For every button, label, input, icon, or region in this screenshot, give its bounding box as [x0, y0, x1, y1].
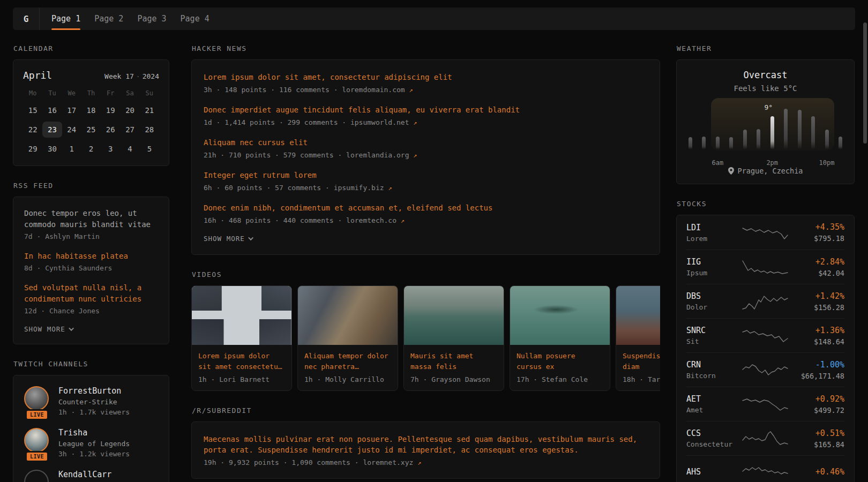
rss-item-title[interactable]: In hac habitasse platea: [24, 251, 158, 262]
video-thumbnail[interactable]: [510, 286, 610, 345]
stock-row[interactable]: CCS Consectetur +0.51% $165.84: [686, 421, 844, 455]
calendar-day-selected: 23: [42, 122, 62, 138]
stock-row[interactable]: IIG Ipsum +2.84% $42.04: [686, 250, 844, 284]
stock-name: Sit: [686, 337, 741, 345]
channel-game[interactable]: League of Legends: [58, 440, 130, 448]
stock-symbol[interactable]: CRN: [686, 360, 741, 370]
calendar-day: 27: [120, 122, 139, 138]
tab-page-3[interactable]: Page 3: [137, 7, 166, 30]
hn-story-title[interactable]: Integer eget rutrum lorem: [204, 170, 648, 180]
stock-change: +1.36%: [790, 326, 844, 335]
reddit-post-title[interactable]: porta erat. Suspendisse hendrerit justo …: [204, 445, 648, 455]
twitch-channel-row[interactable]: KendallCarr: [24, 470, 158, 482]
hn-story-title[interactable]: Donec enim nibh, condimentum et accumsan…: [204, 202, 648, 213]
temp-bar: [716, 137, 720, 149]
video-meta: 7h · Grayson Dawson: [410, 375, 497, 383]
stock-change: +0.51%: [790, 428, 844, 438]
channel-name[interactable]: ForrestBurton: [58, 386, 130, 396]
video-title[interactable]: nec pharetra…: [304, 362, 391, 372]
twitch-channel-row[interactable]: LIVE ForrestBurton Counter-Strike 1h · 1…: [24, 386, 158, 416]
stock-symbol[interactable]: AET: [686, 394, 741, 404]
stock-symbol[interactable]: CCS: [686, 428, 741, 438]
rss-item-title[interactable]: Donec tempor eros leo, ut: [24, 208, 158, 219]
stock-change: +1.42%: [790, 291, 844, 301]
twitch-section: TWITCH CHANNELS LIVE ForrestBurton Count…: [13, 360, 169, 482]
stock-sparkline: [741, 395, 790, 413]
page-scrollbar[interactable]: [863, 22, 867, 144]
stock-symbol[interactable]: IIG: [686, 257, 741, 267]
stocks-section: STOCKS LDI Lorem +4.35% $795.18: [676, 200, 855, 482]
video-title[interactable]: massa felis: [410, 362, 497, 372]
video-title[interactable]: diam: [623, 362, 660, 372]
video-title[interactable]: sit amet consectetu…: [198, 362, 285, 372]
hn-show-more-button[interactable]: SHOW MORE: [204, 235, 648, 243]
time-label: 2pm: [766, 159, 778, 167]
stock-row[interactable]: AET Amet +0.92% $499.72: [686, 387, 844, 421]
rss-item: Sed volutpat nulla nisl, a condimentum n…: [24, 282, 158, 315]
video-card[interactable]: Lorem ipsum dolor sit amet consectetu… 1…: [191, 285, 292, 391]
stock-row[interactable]: LDI Lorem +4.35% $795.18: [686, 215, 844, 250]
video-title[interactable]: cursus ex: [517, 362, 603, 372]
video-card[interactable]: Suspendisse diam 18h · Tara: [616, 285, 660, 391]
calendar-day: 17: [62, 102, 81, 118]
video-title[interactable]: Nullam posuere: [517, 351, 603, 362]
external-link-icon[interactable]: ↗: [388, 184, 392, 192]
tab-page-2[interactable]: Page 2: [94, 7, 123, 30]
hn-story-title[interactable]: Lorem ipsum dolor sit amet, consectetur …: [204, 72, 648, 82]
video-title[interactable]: Lorem ipsum dolor: [198, 351, 285, 362]
rss-item-title[interactable]: commodo mauris blandit vitae: [24, 219, 158, 230]
tab-page-4[interactable]: Page 4: [181, 7, 209, 30]
video-title[interactable]: Mauris sit amet: [410, 351, 497, 362]
stock-row[interactable]: SNRC Sit +1.36% $148.64: [686, 318, 844, 352]
app-logo[interactable]: G: [13, 7, 40, 30]
twitch-section-title: TWITCH CHANNELS: [13, 360, 169, 368]
stock-symbol[interactable]: AHS: [686, 467, 741, 477]
rss-item-title[interactable]: Sed volutpat nulla nisl, a: [24, 282, 158, 293]
weekday-label: Fr: [101, 89, 120, 99]
video-title[interactable]: Aliquam tempor dolor: [304, 351, 391, 362]
stock-row[interactable]: DBS Dolor +1.42% $156.28: [686, 284, 844, 318]
external-link-icon[interactable]: ↗: [409, 86, 413, 94]
video-thumbnail[interactable]: [192, 286, 291, 345]
calendar-week-year: Week 17·2024: [104, 72, 159, 80]
calendar-month: April: [23, 70, 52, 81]
external-link-icon[interactable]: ↗: [401, 217, 405, 224]
temperature-bars: 9°: [689, 99, 842, 149]
video-thumbnail[interactable]: [298, 286, 398, 345]
external-link-icon[interactable]: ↗: [417, 459, 421, 466]
channel-game[interactable]: Counter-Strike: [58, 398, 130, 406]
stock-row[interactable]: CRN Bitcorn -1.00% $66,171.48: [686, 352, 844, 387]
stock-row[interactable]: AHS +0.46%: [686, 455, 844, 482]
tab-page-1[interactable]: Page 1: [51, 7, 80, 30]
calendar-day: 3: [101, 141, 120, 157]
weather-widget: Overcast Feels like 5°C 9°: [676, 59, 855, 184]
video-card[interactable]: Nullam posuere cursus ex 17h · Stefan Co…: [510, 285, 610, 391]
calendar-day: 2: [81, 141, 101, 157]
twitch-channel-row[interactable]: LIVE Trisha League of Legends 3h · 1.2k …: [24, 428, 158, 458]
channel-meta: 1h · 1.7k viewers: [58, 408, 130, 416]
video-card[interactable]: Aliquam tempor dolor nec pharetra… 1h · …: [297, 285, 398, 391]
stock-symbol[interactable]: SNRC: [686, 326, 741, 335]
channel-name[interactable]: Trisha: [58, 428, 130, 438]
reddit-post-title[interactable]: Maecenas mollis pulvinar erat non posuer…: [204, 434, 648, 445]
weather-location-text: Prague, Czechia: [738, 167, 803, 175]
calendar-week-label: Week 17: [104, 72, 134, 80]
video-card[interactable]: Mauris sit amet massa felis 7h · Grayson…: [403, 285, 504, 391]
video-thumbnail[interactable]: [616, 286, 660, 345]
channel-name[interactable]: KendallCarr: [58, 470, 111, 479]
video-title[interactable]: Suspendisse: [623, 351, 660, 362]
stock-symbol[interactable]: LDI: [686, 223, 741, 232]
rss-show-more-button[interactable]: SHOW MORE: [24, 325, 158, 333]
calendar-day: 16: [42, 102, 62, 118]
hn-story-meta: 6h · 60 points · 57 comments · ipsumify.…: [204, 184, 648, 192]
external-link-icon[interactable]: ↗: [413, 119, 417, 126]
external-link-icon[interactable]: ↗: [413, 152, 417, 159]
video-thumbnail[interactable]: [404, 286, 504, 345]
hn-story-title[interactable]: Aliquam nec cursus elit: [204, 137, 648, 148]
hn-story-title[interactable]: Donec imperdiet augue tincidunt felis al…: [204, 104, 648, 115]
calendar-day: 18: [81, 102, 101, 118]
rss-item-title[interactable]: condimentum nunc ultricies: [24, 293, 158, 305]
stock-symbol[interactable]: DBS: [686, 291, 741, 301]
temp-bar: [757, 129, 760, 149]
stock-price: $499.72: [790, 406, 844, 415]
